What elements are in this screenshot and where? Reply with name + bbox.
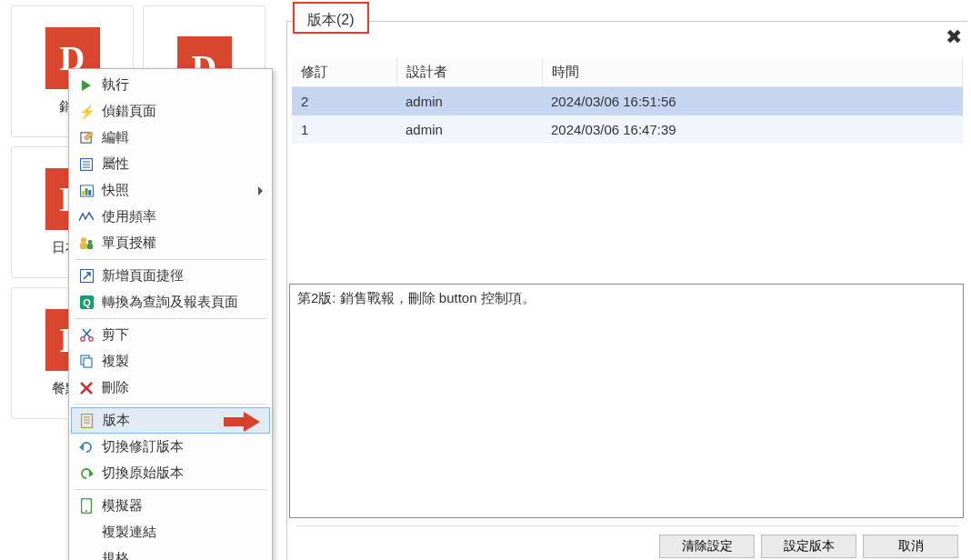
svg-rect-7	[81, 191, 84, 195]
svg-point-33	[85, 510, 87, 512]
cell-revision: 1	[292, 115, 396, 144]
list-icon	[78, 156, 95, 173]
menu-label: 複製連結	[102, 524, 254, 541]
clear-button[interactable]: 清除設定	[659, 535, 755, 558]
svg-rect-13	[87, 244, 93, 249]
column-header-designer[interactable]: 設計者	[396, 58, 542, 87]
cell-time: 2024/03/06 16:47:39	[542, 115, 963, 144]
cell-designer: admin	[396, 87, 542, 116]
svg-marker-31	[89, 470, 94, 477]
menu-item-edit[interactable]: 編輯	[71, 125, 270, 151]
version-table-wrap: 修訂 設計者 時間 2 admin 2024/03/06 16:51:56 1 …	[292, 58, 963, 276]
blank-icon	[78, 551, 95, 561]
table-row[interactable]: 2 admin 2024/03/06 16:51:56	[292, 87, 963, 116]
menu-label: 新增頁面捷徑	[102, 267, 254, 285]
set-version-button[interactable]: 設定版本	[761, 535, 856, 558]
menu-label: 屬性	[102, 155, 254, 173]
version-dialog: 版本(2) ✖ 修訂 設計者 時間 2 admin 2024/03/06 16:…	[286, 21, 967, 560]
cell-revision: 2	[292, 87, 396, 116]
menu-label: 切換原始版本	[102, 465, 254, 482]
menu-item-copy[interactable]: 複製	[71, 348, 270, 375]
svg-marker-0	[82, 80, 91, 91]
description-text: 第2版: 銷售戰報，刪除 button 控制項。	[297, 290, 536, 305]
simulator-icon	[78, 498, 95, 515]
tab-label: 版本(2)	[307, 11, 355, 30]
menu-separator	[75, 489, 266, 490]
menu-label: 偵錯頁面	[102, 103, 254, 120]
cell-time: 2024/03/06 16:51:56	[542, 87, 963, 116]
cancel-button[interactable]: 取消	[863, 535, 958, 558]
copy-icon	[78, 354, 95, 370]
menu-label: 使用頻率	[102, 208, 254, 225]
menu-separator	[75, 318, 266, 319]
menu-label: 編輯	[102, 129, 254, 146]
menu-item-spec[interactable]: 規格	[71, 545, 270, 560]
svg-text:Q: Q	[83, 297, 91, 308]
svg-marker-29	[224, 412, 260, 432]
menu-item-add-shortcut[interactable]: 新增頁面捷徑	[71, 263, 270, 289]
version-icon	[79, 413, 95, 429]
cut-icon	[78, 327, 95, 344]
chart-line-icon	[78, 209, 95, 225]
menu-label: 規格	[102, 550, 254, 560]
cell-designer: admin	[396, 115, 542, 144]
edit-icon	[78, 130, 95, 146]
dialog-button-row: 清除設定 設定版本 取消	[296, 525, 958, 553]
column-header-revision[interactable]: 修訂	[292, 58, 396, 87]
context-menu: 執行 ⚡ 偵錯頁面 編輯 屬性 快照 使用頻率 單頁授權	[68, 68, 273, 560]
menu-separator	[75, 404, 266, 405]
svg-rect-22	[84, 358, 92, 367]
menu-item-convert[interactable]: Q 轉換為查詢及報表頁面	[71, 289, 270, 315]
menu-item-switch-original[interactable]: 切換原始版本	[71, 460, 270, 486]
menu-item-properties[interactable]: 屬性	[71, 151, 270, 177]
snapshot-icon	[78, 183, 95, 199]
menu-item-usage[interactable]: 使用頻率	[71, 204, 270, 230]
menu-item-simulator[interactable]: 模擬器	[71, 493, 270, 519]
menu-label: 切換修訂版本	[102, 438, 254, 455]
version-table: 修訂 設計者 時間 2 admin 2024/03/06 16:51:56 1 …	[292, 58, 963, 144]
menu-item-switch-revision[interactable]: 切換修訂版本	[71, 434, 270, 460]
menu-separator	[75, 259, 266, 260]
play-icon	[78, 77, 95, 94]
svg-point-12	[88, 240, 92, 244]
menu-item-run[interactable]: 執行	[71, 72, 270, 98]
menu-item-copy-link[interactable]: 複製連結	[71, 519, 270, 545]
lightning-icon: ⚡	[78, 104, 95, 120]
permission-icon	[78, 235, 95, 252]
menu-label: 轉換為查詢及報表頁面	[102, 294, 254, 311]
convert-icon: Q	[78, 295, 95, 311]
menu-label: 複製	[102, 353, 254, 370]
menu-item-cut[interactable]: 剪下	[71, 322, 270, 348]
menu-label: 刪除	[102, 379, 254, 396]
table-row[interactable]: 1 admin 2024/03/06 16:47:39	[292, 115, 963, 144]
svg-rect-25	[82, 414, 93, 427]
svg-rect-11	[80, 243, 87, 249]
pointer-arrow-icon	[224, 412, 260, 432]
menu-item-delete[interactable]: 刪除	[71, 375, 270, 401]
menu-label: 剪下	[102, 326, 254, 344]
shortcut-icon	[78, 268, 95, 285]
version-description[interactable]: 第2版: 銷售戰報，刪除 button 控制項。	[289, 284, 964, 518]
version-tab[interactable]: 版本(2)	[293, 2, 369, 34]
menu-item-snapshot[interactable]: 快照	[71, 177, 270, 204]
menu-label: 執行	[102, 76, 254, 94]
menu-item-version[interactable]: 版本	[71, 407, 270, 434]
chevron-right-icon	[258, 186, 263, 195]
svg-marker-30	[79, 444, 84, 451]
close-icon[interactable]: ✖	[946, 27, 962, 47]
menu-label: 快照	[102, 182, 254, 199]
menu-label: 模擬器	[102, 497, 254, 515]
menu-item-permission[interactable]: 單頁授權	[71, 230, 270, 256]
blank-icon	[78, 525, 95, 541]
svg-rect-8	[85, 188, 87, 195]
menu-item-debug[interactable]: ⚡ 偵錯頁面	[71, 98, 270, 125]
back-arrow-icon	[78, 439, 95, 455]
menu-label: 單頁授權	[102, 235, 254, 252]
svg-rect-9	[88, 190, 91, 195]
delete-icon	[78, 380, 95, 396]
svg-point-10	[81, 237, 86, 243]
forward-arrow-icon	[78, 465, 95, 482]
column-header-time[interactable]: 時間	[542, 58, 963, 87]
